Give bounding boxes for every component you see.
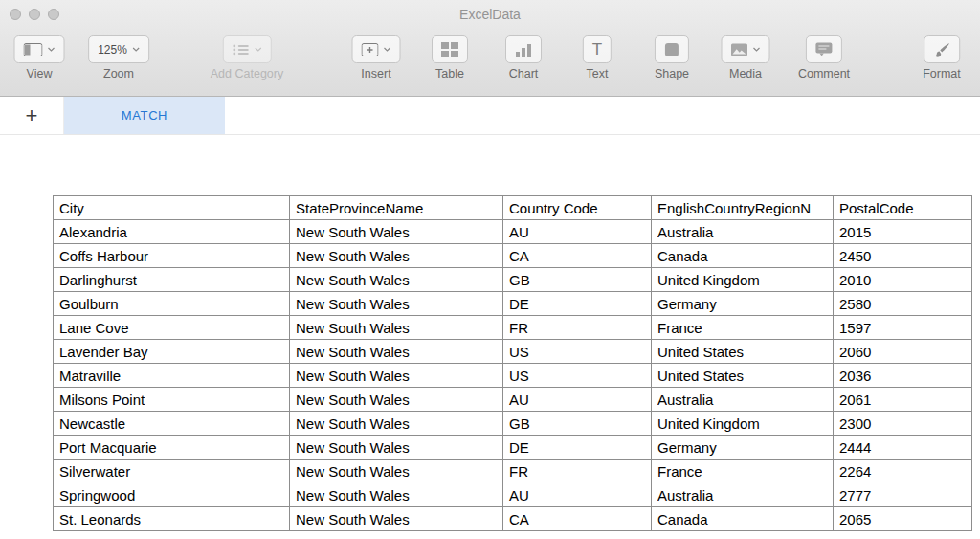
chevron-down-icon — [384, 47, 391, 52]
table-cell[interactable]: 2444 — [834, 436, 972, 460]
table-cell[interactable]: DE — [503, 292, 652, 316]
table-cell[interactable]: Canada — [652, 507, 834, 531]
table-cell[interactable]: AU — [503, 220, 652, 244]
table-cell[interactable]: New South Wales — [290, 244, 503, 268]
window-chrome: ExcelData View 125% Zoom — [0, 0, 980, 97]
table-cell[interactable]: US — [503, 340, 652, 364]
table-cell[interactable]: Matraville — [54, 364, 290, 388]
table-cell[interactable]: United States — [652, 340, 834, 364]
view-button[interactable] — [14, 35, 65, 63]
table-cell[interactable]: St. Leonards — [54, 507, 290, 531]
table-cell[interactable]: Silverwater — [54, 460, 290, 483]
table-cell[interactable]: Lavender Bay — [54, 340, 290, 364]
zoom-label: Zoom — [103, 67, 134, 80]
comment-button[interactable] — [806, 35, 842, 63]
table-cell[interactable]: Newcastle — [54, 412, 290, 436]
table-cell[interactable]: 2065 — [834, 507, 972, 531]
table-cell[interactable]: New South Wales — [290, 220, 503, 244]
table-cell[interactable]: GB — [503, 412, 652, 436]
table-row: Port MacquarieNew South WalesDEGermany24… — [54, 436, 972, 460]
table-cell[interactable]: New South Wales — [290, 340, 503, 364]
tab-match-label: MATCH — [122, 108, 167, 123]
column-header[interactable]: PostalCode — [834, 196, 972, 220]
media-button[interactable] — [722, 35, 770, 63]
table-cell[interactable]: United States — [652, 364, 834, 388]
table-cell[interactable]: 2300 — [834, 412, 972, 436]
table-cell[interactable]: FR — [503, 316, 652, 340]
table-cell[interactable]: New South Wales — [290, 460, 503, 483]
add-category-button[interactable] — [223, 35, 272, 63]
table-cell[interactable]: 2777 — [834, 483, 972, 507]
table-cell[interactable]: 1597 — [834, 316, 972, 340]
table-cell[interactable]: Australia — [652, 483, 834, 507]
table-cell[interactable]: AU — [503, 483, 652, 507]
comment-bubble-icon — [815, 42, 833, 56]
table-cell[interactable]: New South Wales — [290, 436, 503, 460]
table-cell[interactable]: US — [503, 364, 652, 388]
column-header[interactable]: City — [54, 196, 290, 220]
table-cell[interactable]: New South Wales — [290, 412, 503, 436]
text-button[interactable]: T — [583, 35, 612, 63]
table-cell[interactable]: France — [652, 460, 834, 483]
table-cell[interactable]: Darlinghurst — [54, 268, 290, 292]
table-cell[interactable]: Germany — [652, 292, 834, 316]
add-sheet-button[interactable]: + — [0, 97, 64, 134]
view-label: View — [27, 67, 53, 80]
tab-match[interactable]: MATCH — [64, 97, 225, 134]
table-cell[interactable]: 2264 — [834, 460, 972, 483]
table-row: NewcastleNew South WalesGBUnited Kingdom… — [54, 412, 972, 436]
table-button[interactable] — [432, 35, 468, 63]
column-header[interactable]: StateProvinceName — [290, 196, 503, 220]
table-cell[interactable]: 2036 — [834, 364, 972, 388]
table-cell[interactable]: Australia — [652, 220, 834, 244]
table-cell[interactable]: 2061 — [834, 388, 972, 412]
toolbar-item-zoom: 125% Zoom — [88, 35, 149, 80]
table-cell[interactable]: AU — [503, 388, 652, 412]
table-cell[interactable]: Springwood — [54, 483, 290, 507]
insert-button[interactable] — [352, 35, 401, 63]
format-button[interactable] — [924, 35, 960, 63]
table-cell[interactable]: 2060 — [834, 340, 972, 364]
column-header[interactable]: Country Code — [503, 196, 652, 220]
table-cell[interactable]: New South Wales — [290, 507, 503, 531]
table-cell[interactable]: 2015 — [834, 220, 972, 244]
table-cell[interactable]: Australia — [652, 388, 834, 412]
column-header[interactable]: EnglishCountryRegionN — [652, 196, 834, 220]
table-cell[interactable]: Port Macquarie — [54, 436, 290, 460]
table-cell[interactable]: Goulburn — [54, 292, 290, 316]
table-cell[interactable]: Alexandria — [54, 220, 290, 244]
table-row: Coffs HarbourNew South WalesCACanada2450 — [54, 244, 972, 268]
table-header-row: CityStateProvinceNameCountry CodeEnglish… — [54, 196, 972, 220]
add-category-label: Add Category — [211, 67, 283, 80]
insert-plus-icon — [362, 43, 379, 56]
chart-button[interactable] — [505, 35, 542, 63]
sheet-canvas[interactable]: CityStateProvinceNameCountry CodeEnglish… — [0, 135, 980, 539]
media-photo-icon — [731, 43, 748, 56]
table-cell[interactable]: FR — [503, 460, 652, 483]
table-cell[interactable]: New South Wales — [290, 268, 503, 292]
table-cell[interactable]: CA — [503, 244, 652, 268]
shape-button[interactable] — [655, 35, 689, 63]
table-cell[interactable]: GB — [503, 268, 652, 292]
table-cell[interactable]: 2450 — [834, 244, 972, 268]
table-cell[interactable]: Germany — [652, 436, 834, 460]
table-cell[interactable]: United Kingdom — [652, 268, 834, 292]
zoom-button[interactable]: 125% — [88, 35, 149, 63]
table-cell[interactable]: 2580 — [834, 292, 972, 316]
table-cell[interactable]: CA — [503, 507, 652, 531]
table-cell[interactable]: New South Wales — [290, 316, 503, 340]
toolbar-item-text: T Text — [583, 35, 612, 80]
table-cell[interactable]: Milsons Point — [54, 388, 290, 412]
chevron-down-icon — [753, 47, 761, 52]
table-cell[interactable]: Lane Cove — [54, 316, 290, 340]
table-cell[interactable]: France — [652, 316, 834, 340]
table-cell[interactable]: DE — [503, 436, 652, 460]
table-cell[interactable]: New South Wales — [290, 388, 503, 412]
table-cell[interactable]: New South Wales — [290, 292, 503, 316]
table-cell[interactable]: New South Wales — [290, 364, 503, 388]
table-cell[interactable]: Coffs Harbour — [54, 244, 290, 268]
table-cell[interactable]: New South Wales — [290, 483, 503, 507]
table-cell[interactable]: Canada — [652, 244, 834, 268]
table-cell[interactable]: United Kingdom — [652, 412, 834, 436]
table-cell[interactable]: 2010 — [834, 268, 972, 292]
